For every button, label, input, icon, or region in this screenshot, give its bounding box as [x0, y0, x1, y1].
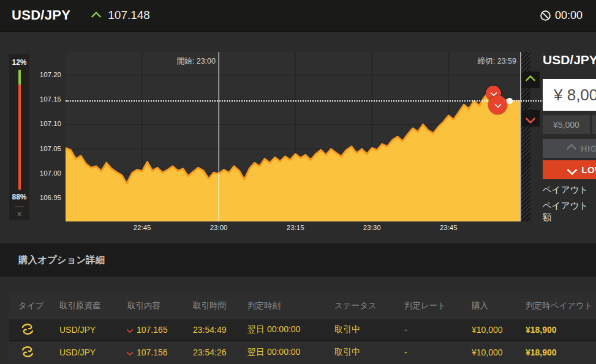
- start-label: 開始: 23:00: [66, 56, 216, 67]
- column-header-judgment-time: 判定時刻: [247, 300, 334, 311]
- x-axis-label: 23:15: [277, 224, 314, 231]
- price-chart: 締切: 23:59 開始: 23:00: [66, 52, 520, 221]
- down-chevron-icon: [494, 102, 501, 108]
- options-table: タイプ取引原資産取引内容取引時間判定時刻ステータス判定レート購入判定時ペイアウト…: [9, 292, 596, 363]
- cell-judgment-rate: -: [404, 325, 472, 335]
- x-axis-label: 23:00: [200, 224, 237, 231]
- low-percentage: 88%: [9, 193, 29, 201]
- down-chevron-icon: [126, 326, 133, 333]
- sentiment-bar-high: [18, 70, 21, 84]
- cell-judgment-time: 翌日 00:00:00: [247, 324, 334, 335]
- cell-payout: ¥18,900: [526, 325, 596, 335]
- quick-amount-button-2[interactable]: [592, 115, 596, 134]
- cell-status: 取引中: [334, 347, 404, 358]
- cell-payout: ¥18,900: [526, 347, 596, 357]
- cell-content: 107.165: [127, 325, 193, 335]
- table-body: USD/JPY107.16523:54:49翌日 00:00:00取引中-¥10…: [9, 319, 596, 363]
- countdown-timer: 00:00: [540, 9, 583, 22]
- payout-amount-label: ペイアウト額: [543, 200, 596, 223]
- high-button[interactable]: HIGH: [543, 139, 596, 158]
- cell-trade-time: 23:54:26: [193, 347, 247, 357]
- cell-content: 107.156: [127, 347, 193, 357]
- details-title: 購入オプション詳細: [18, 243, 596, 277]
- cell-type: [18, 344, 59, 361]
- current-price: 107.148: [108, 9, 150, 22]
- up-chevron-icon: [91, 12, 102, 22]
- sentiment-gauge: 12% 88% ×: [9, 54, 29, 220]
- up-chevron-icon: [526, 75, 536, 85]
- symbol-title: USD/JPY: [12, 7, 70, 23]
- close-icon[interactable]: ×: [9, 209, 29, 219]
- column-header-payout: 判定時ペイアウト: [526, 300, 596, 311]
- low-button[interactable]: LOW: [543, 160, 596, 179]
- top-bar: USD/JPY 107.148 00:00: [0, 0, 596, 32]
- high-percentage: 12%: [9, 58, 29, 67]
- cell-asset: USD/JPY: [59, 325, 127, 335]
- swoosh-pair-icon: [18, 344, 37, 359]
- down-chevron-icon: [567, 165, 578, 175]
- payout-label: ペイアウト: [543, 184, 588, 196]
- details-section-bar: 購入オプション詳細: [0, 243, 596, 277]
- cell-trade-time: 23:54:49: [193, 325, 247, 335]
- low-trade-pin: [488, 95, 507, 114]
- y-axis-label: 107.20: [32, 71, 61, 78]
- y-axis-label: 107.00: [32, 169, 61, 177]
- column-header-status: ステータス: [334, 300, 404, 311]
- cell-asset: USD/JPY: [59, 347, 127, 357]
- countdown-value: 00:00: [555, 9, 583, 22]
- y-axis-label: 107.05: [32, 145, 61, 152]
- table-row: USD/JPY107.15623:54:26翌日 00:00:00取引中-¥10…: [9, 341, 596, 363]
- sentiment-bar: [18, 70, 21, 190]
- current-price-line: [66, 100, 544, 102]
- swoosh-pair-icon: [18, 322, 37, 336]
- x-axis-label: 23:30: [353, 224, 390, 231]
- area-chart: [66, 52, 520, 221]
- high-direction-marker: [521, 72, 540, 88]
- cell-type: [18, 322, 59, 338]
- x-axis-label: 23:45: [430, 224, 467, 231]
- panel-symbol-title: USD/JPY: [543, 53, 596, 67]
- column-header-type: タイプ: [18, 300, 59, 311]
- column-header-judgment-rate: 判定レート: [404, 300, 472, 311]
- y-axis-label: 106.95: [32, 194, 61, 201]
- column-header-asset: 取引原資産: [59, 300, 127, 311]
- x-axis-label: 22:45: [124, 224, 160, 231]
- sentiment-bar-low: [18, 84, 21, 190]
- table-header: タイプ取引原資産取引内容取引時間判定時刻ステータス判定レート購入判定時ペイアウト: [9, 292, 596, 319]
- trading-app-screen: USD/JPY 107.148 00:00 12% 88% × 締切: 23:5…: [0, 0, 596, 364]
- high-button-label: HIGH: [581, 143, 596, 154]
- amount-input[interactable]: [543, 79, 596, 111]
- column-header-content: 取引内容: [127, 300, 193, 311]
- quick-amount-button[interactable]: ¥5,000: [543, 115, 590, 134]
- current-price-dot: [507, 98, 513, 104]
- gauge-divider: [15, 206, 25, 207]
- y-axis-label: 107.10: [32, 120, 61, 127]
- cell-judgment-time: 翌日 00:00:00: [247, 347, 334, 358]
- column-header-purchase: 購入: [472, 300, 526, 311]
- cell-purchase: ¥10,000: [472, 347, 526, 357]
- table-row: USD/JPY107.16523:54:49翌日 00:00:00取引中-¥10…: [9, 319, 596, 341]
- down-chevron-icon: [526, 113, 536, 124]
- y-axis-label: 107.15: [32, 95, 61, 103]
- down-chevron-icon: [126, 349, 133, 355]
- cell-judgment-rate: -: [404, 347, 472, 357]
- low-button-label: LOW: [581, 165, 596, 175]
- no-entry-icon: [540, 10, 551, 21]
- column-header-trade-time: 取引時間: [193, 300, 247, 311]
- cell-status: 取引中: [334, 324, 404, 335]
- up-chevron-icon: [566, 143, 576, 154]
- low-direction-marker: [521, 110, 540, 127]
- cell-purchase: ¥10,000: [472, 325, 526, 335]
